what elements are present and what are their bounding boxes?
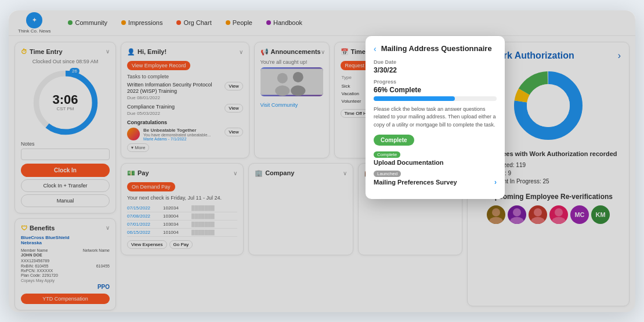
due-date-value: 3/30/22 xyxy=(374,66,497,74)
modal-progress-field: Progress 66% Complete xyxy=(374,79,497,101)
modal-task-survey: Launched Mailing Preferences Survey › xyxy=(374,171,497,186)
progress-bar xyxy=(374,96,497,101)
upload-task-name: Upload Documentation xyxy=(374,159,497,166)
modal-due-date-field: Due Date 3/30/22 xyxy=(374,59,497,74)
complete-button[interactable]: Complete xyxy=(374,135,414,146)
modal-overlay: ‹ Mailing Address Questionnaire Due Date… xyxy=(9,10,635,312)
due-date-label: Due Date xyxy=(374,59,497,65)
survey-task-name[interactable]: Mailing Preferences Survey › xyxy=(374,178,497,186)
progress-value: 66% Complete xyxy=(374,86,497,94)
main-container: ✦ Think Co. News Community Impressions O… xyxy=(9,10,635,312)
upload-complete-badge: Complete xyxy=(374,151,400,158)
modal-header: ‹ Mailing Address Questionnaire xyxy=(374,44,497,53)
mailing-address-modal: ‹ Mailing Address Questionnaire Due Date… xyxy=(366,36,505,200)
survey-task-header: Launched xyxy=(374,171,497,177)
modal-back-button[interactable]: ‹ xyxy=(374,44,377,53)
progress-bar-fill xyxy=(374,96,455,101)
survey-arrow-icon: › xyxy=(494,178,497,186)
upload-task-header: Complete xyxy=(374,151,497,158)
modal-task-upload: Complete Upload Documentation xyxy=(374,151,497,166)
progress-label: Progress xyxy=(374,79,497,85)
survey-launched-badge: Launched xyxy=(374,171,401,177)
modal-description: Please click the below task an answer qu… xyxy=(374,106,497,129)
modal-title: Mailing Address Questionnaire xyxy=(381,44,492,53)
